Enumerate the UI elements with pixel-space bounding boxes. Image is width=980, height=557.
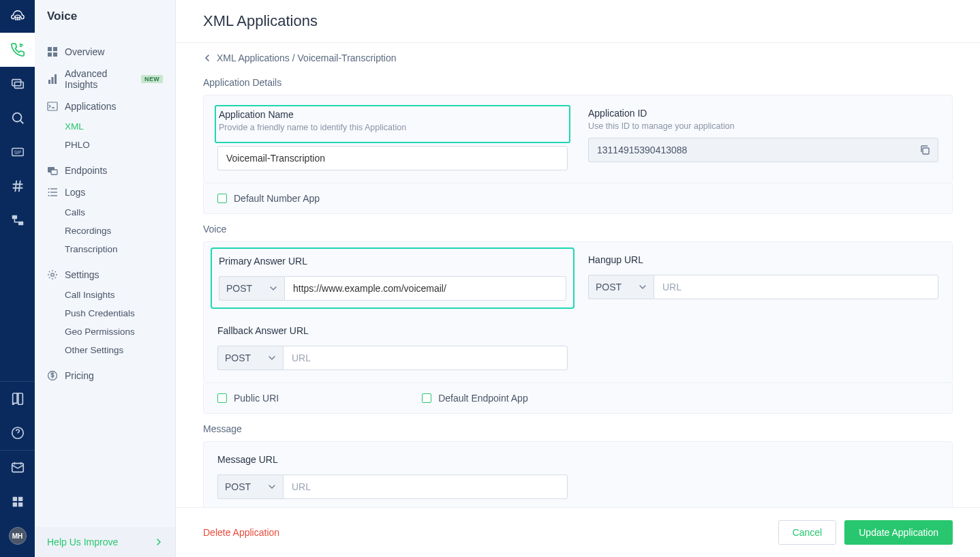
svg-point-31 [48, 192, 50, 193]
nav-recordings[interactable]: Recordings [35, 222, 175, 240]
app-id-label: Application ID [588, 108, 938, 119]
messaging-rail-icon[interactable] [0, 67, 35, 101]
nav-geo-permissions[interactable]: Geo Permissions [35, 322, 175, 341]
nav-pricing[interactable]: Pricing [35, 365, 175, 387]
nav-logs[interactable]: Logs [35, 181, 175, 203]
docs-rail-icon[interactable] [0, 382, 35, 416]
svg-point-33 [48, 195, 50, 196]
fallback-answer-url-input[interactable] [283, 346, 568, 370]
svg-rect-16 [18, 497, 22, 501]
user-avatar[interactable]: MH [0, 519, 35, 553]
page-title: XML Applications [203, 12, 953, 30]
svg-text:SIP: SIP [14, 150, 20, 155]
svg-rect-30 [50, 188, 57, 189]
svg-rect-24 [52, 77, 54, 84]
delete-application-link[interactable]: Delete Application [203, 527, 279, 538]
numbers-rail-icon[interactable] [0, 169, 35, 203]
new-badge: NEW [141, 75, 163, 83]
highlight-app-name: Application Name Provide a friendly name… [215, 105, 570, 143]
main: XML Applications XML Applications / Voic… [176, 0, 980, 557]
primary-answer-method-select[interactable]: POST [219, 276, 284, 301]
lookup-rail-icon[interactable] [0, 101, 35, 135]
message-method-select[interactable]: POST [217, 475, 283, 499]
svg-point-29 [48, 188, 50, 190]
svg-rect-34 [50, 195, 57, 196]
nav-overview-label: Overview [65, 46, 104, 57]
nav-endpoints[interactable]: Endpoints [35, 160, 175, 181]
help-improve-label: Help Us Improve [47, 537, 118, 547]
voice-rail-icon[interactable] [0, 33, 35, 67]
checkbox-default-number-app[interactable]: Default Number App [217, 193, 938, 204]
support-rail-icon[interactable] [0, 451, 35, 485]
svg-rect-6 [12, 80, 20, 86]
svg-rect-15 [12, 497, 16, 501]
nav-advanced-insights-label: Advanced Insights [65, 68, 130, 90]
app-name-hint: Provide a friendly name to identify this… [219, 123, 566, 132]
hangup-url-label: Hangup URL [588, 254, 938, 265]
nav-xml[interactable]: XML [35, 117, 175, 136]
nav-phlo[interactable]: PHLO [35, 136, 175, 154]
back-chevron-icon[interactable] [203, 54, 211, 62]
checkbox-box [217, 194, 227, 203]
svg-point-1 [17, 17, 18, 18]
update-application-button[interactable]: Update Application [844, 520, 953, 545]
cancel-button[interactable]: Cancel [778, 520, 837, 545]
card-voice-checkboxes: Public URI Default Endpoint App [203, 383, 953, 414]
primary-answer-url-input[interactable] [284, 276, 566, 301]
section-app-details: Application Details [203, 77, 953, 88]
nav-applications[interactable]: Applications [35, 95, 175, 117]
dashboard-icon [47, 46, 58, 57]
trunk-rail-icon[interactable] [0, 203, 35, 237]
nav-calls[interactable]: Calls [35, 203, 175, 222]
checkbox-box [217, 393, 227, 403]
nav-advanced-insights[interactable]: Advanced Insights NEW [35, 63, 175, 95]
svg-rect-7 [14, 82, 23, 88]
svg-point-4 [17, 19, 18, 20]
app-name-input[interactable] [217, 146, 568, 170]
copy-app-id-button[interactable] [915, 140, 934, 160]
sidebar: Voice Overview Advanced Insights NEW App… [35, 0, 176, 557]
checkbox-default-endpoint-app[interactable]: Default Endpoint App [422, 393, 528, 404]
nav-transcription[interactable]: Transcription [35, 240, 175, 258]
app-id-hint: Use this ID to manage your application [588, 121, 938, 131]
card-message: Message URL POST Additional Settings [203, 441, 953, 507]
nav-call-insights[interactable]: Call Insights [35, 286, 175, 304]
checkbox-box [422, 393, 431, 403]
nav-overview[interactable]: Overview [35, 41, 175, 63]
svg-point-5 [19, 19, 20, 20]
nav-settings[interactable]: Settings [35, 264, 175, 286]
app-name-label: Application Name [219, 109, 566, 120]
checkbox-public-uri[interactable]: Public URI [217, 393, 279, 404]
hangup-method-select[interactable]: POST [588, 275, 654, 299]
svg-point-2 [19, 17, 20, 18]
primary-answer-url-label: Primary Answer URL [219, 256, 566, 267]
chevron-right-icon [155, 538, 163, 546]
svg-rect-32 [50, 192, 57, 192]
svg-point-35 [51, 273, 54, 276]
footer: Delete Application Cancel Update Applica… [176, 507, 980, 557]
nav-other-settings[interactable]: Other Settings [35, 341, 175, 359]
svg-rect-23 [48, 80, 50, 84]
apps-rail-icon[interactable] [0, 485, 35, 519]
hangup-url-input[interactable] [654, 275, 938, 299]
message-url-input[interactable] [283, 475, 568, 499]
nav-applications-label: Applications [65, 101, 117, 112]
svg-rect-19 [48, 47, 52, 51]
svg-rect-25 [55, 74, 57, 84]
help-us-improve[interactable]: Help Us Improve [35, 527, 175, 557]
svg-rect-22 [53, 52, 57, 57]
svg-rect-18 [18, 502, 22, 507]
endpoint-icon [47, 165, 58, 176]
section-voice: Voice [203, 224, 953, 235]
sip-rail-icon[interactable]: SIP [0, 135, 35, 169]
highlight-primary-answer: Primary Answer URL POST [211, 247, 575, 309]
logo-icon[interactable] [0, 0, 35, 33]
breadcrumb-text[interactable]: XML Applications / Voicemail-Transcripti… [217, 52, 397, 63]
nav-pricing-label: Pricing [65, 370, 94, 381]
nav-push-credentials[interactable]: Push Credentials [35, 304, 175, 322]
svg-rect-11 [12, 215, 16, 220]
section-message: Message [203, 423, 953, 434]
help-rail-icon[interactable] [0, 416, 35, 450]
fallback-method-select[interactable]: POST [217, 346, 283, 370]
bar-chart-icon [47, 74, 58, 85]
